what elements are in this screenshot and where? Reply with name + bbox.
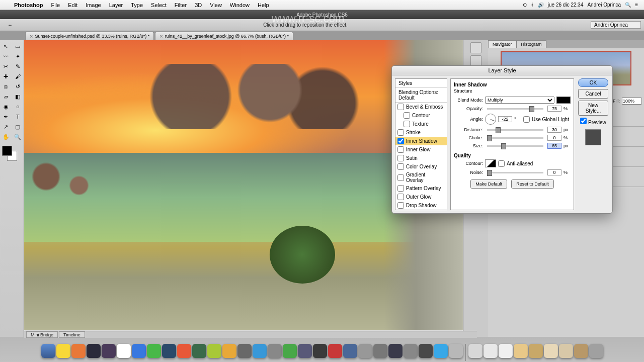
checkbox[interactable] bbox=[397, 138, 404, 144]
current-tool-icon[interactable]: ↔ bbox=[0, 22, 20, 28]
crop-tool-icon[interactable]: ✂ bbox=[1, 62, 12, 71]
preview-checkbox[interactable] bbox=[580, 118, 587, 124]
app-menu[interactable]: Photoshop bbox=[10, 2, 47, 8]
dock-app-icon[interactable] bbox=[358, 344, 372, 358]
lasso-tool-icon[interactable]: 〰 bbox=[1, 52, 12, 61]
dock-skype-icon[interactable] bbox=[434, 344, 448, 358]
checkbox[interactable] bbox=[397, 129, 404, 136]
color-swatch[interactable] bbox=[556, 97, 571, 104]
heal-tool-icon[interactable]: ✚ bbox=[1, 72, 12, 81]
gradient-tool-icon[interactable]: ◧ bbox=[13, 92, 24, 101]
global-light-checkbox[interactable] bbox=[523, 116, 530, 123]
dock-audition-icon[interactable] bbox=[192, 344, 206, 358]
dock-photoshop-icon[interactable] bbox=[87, 344, 101, 358]
effect-stroke[interactable]: Stroke bbox=[395, 128, 447, 137]
status-username[interactable]: Andrei Oprinca bbox=[587, 2, 621, 8]
dock-app-icon[interactable] bbox=[132, 344, 146, 358]
close-icon[interactable]: × bbox=[159, 33, 163, 39]
menu-type[interactable]: Type bbox=[127, 2, 147, 8]
doc-tab-1[interactable]: × Sunset-couple-unfinished.psd @ 33.3% (… bbox=[25, 32, 154, 40]
stamp-tool-icon[interactable]: ⧇ bbox=[1, 82, 12, 91]
menu-file[interactable]: File bbox=[47, 2, 64, 8]
styles-header[interactable]: Styles bbox=[395, 79, 447, 88]
dock-aftereffects-icon[interactable] bbox=[102, 344, 116, 358]
new-style-button[interactable]: New Style... bbox=[578, 101, 608, 116]
tab-timeline[interactable]: Timeline bbox=[59, 331, 85, 338]
volume-icon[interactable]: 🔊 bbox=[538, 2, 544, 8]
dock-trash-icon[interactable] bbox=[589, 344, 603, 358]
effect-texture[interactable]: Texture bbox=[395, 120, 447, 128]
size-input[interactable] bbox=[547, 143, 561, 149]
opacity-input[interactable] bbox=[547, 106, 561, 112]
dock-folder-icon[interactable] bbox=[559, 344, 573, 358]
effect-pattern-overlay[interactable]: Pattern Overlay bbox=[395, 184, 447, 193]
doc-tab-2[interactable]: × ruins_42__by_greenleaf_stock.jpg @ 66.… bbox=[155, 32, 293, 40]
dock-app-icon[interactable] bbox=[313, 344, 327, 358]
dock-folder-icon[interactable] bbox=[529, 344, 543, 358]
dock-app-icon[interactable] bbox=[147, 344, 161, 358]
move-tool-icon[interactable]: ↖ bbox=[1, 42, 12, 51]
make-default-button[interactable]: Make Default bbox=[470, 179, 507, 189]
dock-app-icon[interactable] bbox=[449, 344, 463, 358]
distance-slider[interactable] bbox=[487, 129, 543, 131]
history-brush-icon[interactable]: ↺ bbox=[13, 82, 24, 91]
dock-app-icon[interactable] bbox=[419, 344, 433, 358]
dock-calendar-icon[interactable] bbox=[117, 344, 131, 358]
dock-app-icon[interactable] bbox=[373, 344, 387, 358]
panel-icon[interactable] bbox=[470, 42, 481, 53]
effect-bevel[interactable]: Bevel & Emboss bbox=[395, 103, 447, 111]
tab-navigator[interactable]: Navigator bbox=[488, 40, 517, 48]
effect-inner-shadow[interactable]: Inner Shadow bbox=[395, 137, 447, 145]
eraser-tool-icon[interactable]: ▱ bbox=[1, 92, 12, 101]
menu-help[interactable]: Help bbox=[254, 2, 273, 8]
dock-chrome-icon[interactable] bbox=[56, 344, 70, 358]
brush-tool-icon[interactable]: 🖌 bbox=[13, 72, 24, 81]
checkbox[interactable] bbox=[404, 112, 410, 119]
blending-options[interactable]: Blending Options: Default bbox=[395, 88, 447, 103]
effect-gradient-overlay[interactable]: Gradient Overlay bbox=[395, 171, 447, 184]
noise-slider[interactable] bbox=[487, 172, 543, 173]
effect-drop-shadow[interactable]: Drop Shadow bbox=[395, 201, 447, 210]
choke-input[interactable] bbox=[547, 135, 561, 141]
dock-folder-icon[interactable] bbox=[544, 344, 558, 358]
notifications-icon[interactable]: ≡ bbox=[635, 2, 638, 8]
bluetooth-icon[interactable]: ᚼ bbox=[531, 2, 534, 8]
angle-input[interactable] bbox=[498, 116, 512, 122]
dock-vlc-icon[interactable] bbox=[222, 344, 236, 358]
dock-folder-icon[interactable] bbox=[484, 344, 498, 358]
checkbox[interactable] bbox=[397, 155, 404, 161]
menu-edit[interactable]: Edit bbox=[64, 2, 82, 8]
dock-app-icon[interactable] bbox=[298, 344, 312, 358]
blur-tool-icon[interactable]: ◉ bbox=[1, 102, 12, 111]
dock-folder-icon[interactable] bbox=[514, 344, 528, 358]
fill-input[interactable] bbox=[622, 98, 642, 105]
choke-slider[interactable] bbox=[487, 137, 543, 139]
checkbox[interactable] bbox=[404, 121, 410, 127]
dock-safari-icon[interactable] bbox=[253, 344, 267, 358]
effect-satin[interactable]: Satin bbox=[395, 154, 447, 162]
menu-select[interactable]: Select bbox=[147, 2, 171, 8]
spotlight-icon[interactable]: 🔍 bbox=[625, 2, 631, 8]
checkbox[interactable] bbox=[397, 185, 404, 192]
dock-app-icon[interactable] bbox=[268, 344, 282, 358]
dock-app-icon[interactable] bbox=[404, 344, 418, 358]
dock-filezilla-icon[interactable] bbox=[328, 344, 342, 358]
zoom-tool-icon[interactable]: 🔍 bbox=[13, 132, 24, 141]
panel-icon[interactable] bbox=[470, 55, 481, 66]
checkbox[interactable] bbox=[397, 163, 404, 170]
effect-contour[interactable]: Contour bbox=[395, 111, 447, 120]
tab-histogram[interactable]: Histogram bbox=[517, 40, 546, 48]
checkbox[interactable] bbox=[397, 202, 404, 209]
wifi-icon[interactable]: ⊙ bbox=[523, 2, 527, 8]
wand-tool-icon[interactable]: ✦ bbox=[13, 52, 24, 61]
menu-image[interactable]: Image bbox=[82, 2, 105, 8]
pen-tool-icon[interactable]: ✒ bbox=[1, 112, 12, 121]
blend-mode-select[interactable]: Multiply bbox=[485, 97, 554, 104]
user-label[interactable]: Andrei Oprinca bbox=[591, 21, 641, 29]
effect-inner-glow[interactable]: Inner Glow bbox=[395, 145, 447, 154]
dock-finder-icon[interactable] bbox=[41, 344, 55, 358]
checkbox[interactable] bbox=[397, 104, 404, 110]
dock-lightroom-icon[interactable] bbox=[388, 344, 403, 358]
distance-input[interactable] bbox=[547, 127, 561, 133]
opacity-slider[interactable] bbox=[487, 108, 543, 110]
